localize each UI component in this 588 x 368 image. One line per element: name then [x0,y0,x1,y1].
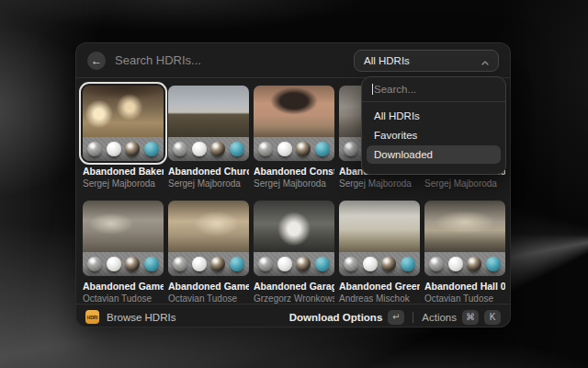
diffuse-sphere-icon [277,257,292,271]
breadcrumb: Browse HDRIs [107,312,282,323]
glass-sphere-icon [429,257,444,271]
rough-sphere-icon [230,257,244,271]
arrow-left-icon: ← [91,55,102,66]
hdri-card[interactable]: Abandoned Church Sergej Majboroda [168,86,249,189]
material-spheres-preview [83,252,164,276]
material-spheres-preview [424,252,505,276]
diffuse-sphere-icon [107,257,121,271]
hdri-thumbnail [254,86,334,161]
filter-dropdown-button[interactable]: All HDRIs [354,50,499,72]
diffuse-sphere-icon [192,142,207,156]
diffuse-sphere-icon [107,142,121,156]
hdri-author: Sergej Majboroda [83,178,164,189]
hdri-author: Octavian Tudose [83,293,164,304]
filter-dropdown-menu: Search... All HDRIs Favorites Downloaded [361,76,506,175]
hdri-thumbnail [254,201,334,276]
hdri-author: Octavian Tudose [168,293,249,304]
glass-sphere-icon [258,142,273,156]
hdri-card[interactable]: Abandoned Construc... Sergej Majboroda [254,86,334,189]
hdri-thumbnail [424,201,505,276]
material-spheres-preview [254,252,334,276]
download-options-button[interactable]: Download Options [289,312,383,323]
rough-sphere-icon [315,142,330,156]
diffuse-sphere-icon [277,142,292,156]
material-spheres-preview [83,137,164,161]
command-key-icon: ⌘ [462,310,479,325]
hdri-thumbnail [83,201,164,276]
glass-sphere-icon [87,142,102,156]
chrome-sphere-icon [125,142,140,156]
hdri-pano-preview [254,201,334,252]
chrome-sphere-icon [210,257,225,271]
hdri-card[interactable]: Abandoned Games R... Octavian Tudose [83,201,164,304]
dropdown-search-placeholder: Search... [374,84,416,95]
chrome-sphere-icon [125,257,140,271]
divider [413,312,413,323]
hdri-title: Abandoned Construc... [254,166,334,177]
hdri-title: Abandoned Games R... [83,281,164,292]
material-spheres-preview [339,252,420,276]
diffuse-sphere-icon [448,257,463,271]
diffuse-sphere-icon [363,257,378,271]
search-input[interactable]: Search HDRIs... [115,53,345,67]
glass-sphere-icon [87,257,102,271]
hdri-pano-preview [83,201,164,252]
hdri-card[interactable]: Abandoned Bakery Sergej Majboroda [83,86,164,189]
chrome-sphere-icon [296,142,311,156]
hdri-author: Sergej Majboroda [168,178,249,189]
chrome-sphere-icon [381,257,396,271]
rough-sphere-icon [486,257,501,271]
hdri-card[interactable]: Abandoned Greenho... Andreas Mischok [339,201,420,304]
hdri-pano-preview [339,201,420,252]
hdri-title: Abandoned Garage [254,281,334,292]
actions-button[interactable]: Actions [422,312,457,323]
glass-sphere-icon [173,257,187,271]
back-button[interactable]: ← [87,52,106,70]
hdri-title: Abandoned Games R... [168,281,249,292]
hdri-pano-preview [168,86,249,137]
status-bar: HDRI Browse HDRIs Download Options ↵ Act… [76,304,510,329]
hdri-thumbnail [339,201,420,276]
hdri-thumbnail [168,86,249,161]
hdri-card[interactable]: Abandoned Hall 01 Octavian Tudose [424,201,505,304]
dropdown-option-all-hdris[interactable]: All HDRIs [367,107,501,125]
material-spheres-preview [254,137,334,161]
rough-sphere-icon [401,257,415,271]
chrome-sphere-icon [210,142,225,156]
hdri-pano-preview [83,86,164,137]
chrome-sphere-icon [296,257,311,271]
hdri-title: Abandoned Hall 01 [424,281,505,292]
hdri-card[interactable]: Abandoned Games R... Octavian Tudose [168,201,249,304]
hdri-author: Andreas Mischok [339,293,420,304]
hdri-browser-window: ← Search HDRIs... All HDRIs Abandoned Ba… [75,42,511,328]
hdri-pano-preview [168,201,249,252]
material-spheres-preview [168,137,249,161]
hdri-thumbnail [168,201,249,276]
text-caret [372,84,373,95]
dropdown-option-downloaded[interactable]: Downloaded [367,145,501,164]
hdri-author: Sergej Majboroda [254,178,334,189]
glass-sphere-icon [258,257,273,271]
hdri-card[interactable]: Abandoned Garage Grzegorz Wronkowski [254,201,334,304]
material-spheres-preview [168,252,249,276]
rough-sphere-icon [230,142,244,156]
rough-sphere-icon [144,142,159,156]
hdri-thumbnail [83,86,164,161]
hdri-author: Sergej Majboroda [424,178,505,189]
dropdown-search-input[interactable]: Search... [362,77,505,101]
hdri-title: Abandoned Church [168,166,249,177]
hdri-title: Abandoned Bakery [83,166,164,177]
hdri-author: Octavian Tudose [424,293,505,304]
rough-sphere-icon [144,257,159,271]
glass-sphere-icon [173,142,187,156]
rough-sphere-icon [315,257,330,271]
diffuse-sphere-icon [192,257,207,271]
hdri-pano-preview [424,201,505,252]
glass-sphere-icon [344,142,358,156]
dropdown-option-favorites[interactable]: Favorites [367,126,501,144]
glass-sphere-icon [344,257,358,271]
hdri-author: Sergej Majboroda [339,178,420,189]
return-key-icon: ↵ [388,310,404,325]
hdri-app-icon: HDRI [85,310,99,324]
hdri-title: Abandoned Greenho... [339,281,420,292]
